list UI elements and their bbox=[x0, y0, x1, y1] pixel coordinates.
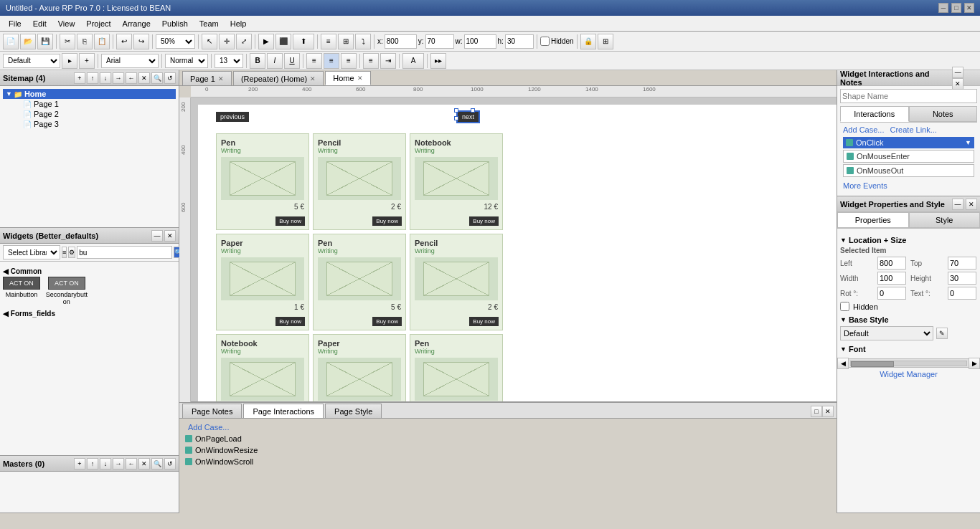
wp-close-btn[interactable]: ✕ bbox=[966, 199, 977, 210]
hidden-checkbox[interactable] bbox=[540, 37, 550, 46]
size-select[interactable]: 13 bbox=[215, 54, 243, 68]
cut-button[interactable]: ✂ bbox=[60, 34, 75, 49]
bold-btn[interactable]: B bbox=[250, 53, 265, 69]
sitemap-delete-btn[interactable]: ✕ bbox=[138, 72, 150, 84]
x-input[interactable] bbox=[385, 34, 417, 49]
sitemap-add-btn[interactable]: + bbox=[74, 72, 85, 84]
buy-btn-2[interactable]: Buy now bbox=[469, 216, 499, 226]
page-nav-btn[interactable]: ▸ bbox=[62, 53, 77, 69]
tab-page1[interactable]: Page 1 ✕ bbox=[182, 71, 232, 85]
sitemap-page1[interactable]: 📄 Page 1 bbox=[3, 99, 176, 109]
buy-btn-4[interactable]: Buy now bbox=[372, 317, 402, 326]
masters-buttons[interactable]: + ↑ ↓ → ← ✕ 🔍 ↺ bbox=[74, 458, 176, 470]
font-color-btn[interactable]: A bbox=[402, 53, 424, 69]
align-center-btn[interactable]: ≡ bbox=[324, 53, 339, 69]
shape-name-input[interactable] bbox=[840, 89, 977, 103]
right-scrollbar[interactable]: ◀ ▶ bbox=[837, 358, 980, 367]
add-case-link[interactable]: Add Case... bbox=[188, 423, 229, 432]
sitemap-page3[interactable]: 📄 Page 3 bbox=[3, 119, 176, 129]
h-input[interactable] bbox=[505, 34, 534, 49]
wi-event-onmouseenter[interactable]: OnMouseEnter bbox=[843, 150, 974, 163]
stop-button[interactable]: ⬛ bbox=[275, 34, 291, 49]
sitemap-outdent-btn[interactable]: ← bbox=[126, 72, 137, 84]
library-select[interactable]: Select Library bbox=[3, 245, 60, 259]
align-left-btn[interactable]: ≡ bbox=[306, 53, 322, 69]
product-paper-2[interactable]: Paper Writing 1 € Buy now bbox=[313, 334, 406, 402]
add-case-wi-link[interactable]: Add Case... bbox=[843, 125, 884, 134]
save-button[interactable]: 💾 bbox=[37, 34, 53, 49]
wi-header-btns[interactable]: — ✕ bbox=[952, 67, 977, 90]
widgets-close-btn[interactable]: ✕ bbox=[164, 230, 176, 242]
event-onwindowscroll[interactable]: OnWindowScroll bbox=[185, 456, 831, 467]
redo-button[interactable]: ↪ bbox=[133, 34, 149, 49]
page-add-btn[interactable]: + bbox=[79, 53, 95, 69]
bullet-btn[interactable]: ≡ bbox=[363, 53, 379, 69]
product-pen-2[interactable]: Pen Writing 5 € Buy now bbox=[313, 234, 406, 330]
product-paper-1[interactable]: Paper Writing 1 € Buy now bbox=[216, 234, 309, 330]
zoom-select[interactable]: 50%75%100% bbox=[156, 34, 195, 49]
buy-btn-0[interactable]: Buy now bbox=[275, 216, 305, 226]
arrange-btn[interactable]: ⤵ bbox=[355, 34, 371, 49]
tab-repeater-close[interactable]: ✕ bbox=[310, 75, 316, 82]
menu-view[interactable]: View bbox=[52, 18, 81, 29]
handle-bm[interactable] bbox=[471, 108, 475, 113]
sitemap-page2[interactable]: 📄 Page 2 bbox=[3, 109, 176, 119]
page-select[interactable]: Default bbox=[3, 54, 60, 68]
widgets-options-btn[interactable]: ⚙ bbox=[68, 247, 75, 258]
widgets-buttons[interactable]: — ✕ bbox=[151, 230, 176, 242]
sitemap-buttons[interactable]: + ↑ ↓ → ← ✕ 🔍 ↺ bbox=[74, 72, 176, 84]
text-input[interactable] bbox=[948, 287, 976, 300]
widgets-minimize-btn[interactable]: — bbox=[151, 230, 163, 242]
sitemap-down-btn[interactable]: ↓ bbox=[100, 72, 111, 84]
wp-minimize-btn[interactable]: — bbox=[952, 199, 963, 210]
masters-add-btn[interactable]: + bbox=[74, 458, 85, 470]
width-input[interactable] bbox=[877, 272, 906, 285]
undo-button[interactable]: ↩ bbox=[116, 34, 132, 49]
buy-btn-3[interactable]: Buy now bbox=[275, 317, 305, 326]
rot-input[interactable] bbox=[877, 287, 906, 300]
masters-search-btn[interactable]: 🔍 bbox=[151, 458, 163, 470]
wi-event-onclick[interactable]: OnClick ▼ bbox=[843, 137, 974, 148]
group-btn[interactable]: ⊞ bbox=[598, 34, 613, 49]
hidden-prop-checkbox[interactable] bbox=[840, 302, 849, 311]
tab-repeater[interactable]: (Repeater) (Home) ✕ bbox=[233, 71, 324, 85]
underline-btn[interactable]: U bbox=[284, 53, 300, 69]
scrollbar-track[interactable] bbox=[850, 361, 967, 366]
tab-page-interactions[interactable]: Page Interactions bbox=[243, 404, 324, 418]
copy-button[interactable]: ⎘ bbox=[77, 34, 93, 49]
scroll-right-btn[interactable]: ▶ bbox=[969, 358, 980, 369]
new-button[interactable]: 📄 bbox=[3, 34, 19, 49]
masters-refresh-btn[interactable]: ↺ bbox=[164, 458, 176, 470]
masters-indent-btn[interactable]: → bbox=[113, 458, 124, 470]
font-select[interactable]: Arial bbox=[101, 54, 159, 68]
sitemap-search-btn[interactable]: 🔍 bbox=[151, 72, 163, 84]
wi-tab-interactions[interactable]: Interactions bbox=[840, 106, 909, 122]
base-style-select[interactable]: Default bbox=[840, 326, 933, 340]
y-input[interactable] bbox=[425, 34, 454, 49]
menu-file[interactable]: File bbox=[3, 18, 27, 29]
bottom-close-btn[interactable]: ✕ bbox=[822, 406, 834, 417]
sitemap-indent-btn[interactable]: → bbox=[113, 72, 124, 84]
handle-mr[interactable] bbox=[454, 116, 458, 120]
paste-button[interactable]: 📋 bbox=[94, 34, 110, 49]
prev-button[interactable]: previous bbox=[216, 112, 249, 122]
wp-tab-properties[interactable]: Properties bbox=[837, 212, 909, 228]
sitemap-home[interactable]: ▼ 📁 Home bbox=[3, 89, 176, 99]
event-onpageload[interactable]: OnPageLoad bbox=[185, 433, 831, 444]
product-pencil-1[interactable]: Pencil Writing 2 € Buy now bbox=[313, 133, 406, 230]
wi-minimize-btn[interactable]: — bbox=[952, 67, 963, 78]
menu-team[interactable]: Team bbox=[194, 18, 225, 29]
indent-btn[interactable]: ⇥ bbox=[380, 53, 396, 69]
scrollbar-thumb[interactable] bbox=[851, 361, 894, 367]
crop-tool[interactable]: ✛ bbox=[219, 34, 235, 49]
wi-event-onmouseout[interactable]: OnMouseOut bbox=[843, 164, 974, 177]
masters-delete-btn[interactable]: ✕ bbox=[138, 458, 150, 470]
height-input[interactable] bbox=[948, 272, 976, 285]
tab-page1-close[interactable]: ✕ bbox=[218, 75, 224, 82]
tab-home[interactable]: Home ✕ bbox=[325, 71, 370, 85]
menu-arrange[interactable]: Arrange bbox=[117, 18, 156, 29]
handle-br[interactable] bbox=[454, 108, 458, 113]
close-button[interactable]: ✕ bbox=[964, 3, 974, 13]
share-button[interactable]: ⬆ bbox=[293, 34, 314, 49]
event-onwindowresize[interactable]: OnWindowResize bbox=[185, 444, 831, 456]
